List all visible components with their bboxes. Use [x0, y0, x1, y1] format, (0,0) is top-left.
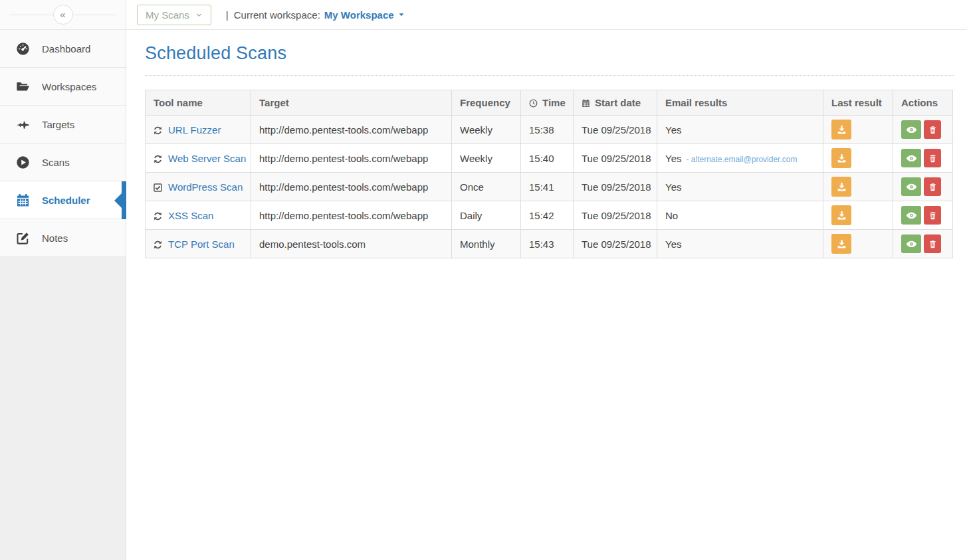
download-report-button[interactable] — [831, 177, 851, 197]
calendar-icon — [582, 99, 590, 108]
actions-cell — [893, 144, 953, 173]
tool-link[interactable]: XSS Scan — [168, 210, 213, 221]
column-header-label: Email results — [665, 97, 727, 108]
active-item-marker — [122, 181, 126, 219]
column-header-label: Actions — [901, 97, 938, 108]
column-header-frequency: Frequency — [452, 90, 521, 116]
tool-link[interactable]: Web Server Scan — [168, 153, 246, 164]
start-date-cell: Tue 09/25/2018 — [574, 144, 657, 173]
start-date-cell: Tue 09/25/2018 — [574, 173, 657, 201]
view-scan-button[interactable] — [901, 177, 921, 196]
app-window: « DashboardWorkspacesTargetsScansSchedul… — [0, 0, 967, 560]
trash-icon — [928, 183, 937, 191]
column-header-last-result: Last result — [823, 90, 893, 116]
last-result-cell — [823, 230, 893, 258]
eye-icon — [906, 238, 917, 250]
sidebar-collapse-button[interactable]: « — [53, 5, 73, 25]
table-header: Tool nameTargetFrequencyTimeStart dateEm… — [146, 90, 953, 116]
email-results-cell: No — [657, 201, 823, 230]
workspace-dropdown[interactable]: My Workspace — [324, 9, 405, 21]
start-date-value: Tue 09/25/2018 — [582, 181, 651, 193]
sidebar-item-label: Targets — [42, 119, 74, 130]
table-row: WordPress Scanhttp://demo.pentest-tools.… — [146, 173, 953, 201]
column-header-start-date: Start date — [574, 90, 657, 116]
sidebar-item-workspaces[interactable]: Workspaces — [0, 68, 126, 106]
time-cell: 15:41 — [521, 173, 574, 201]
trash-icon — [928, 240, 937, 248]
sidebar-item-scheduler[interactable]: Scheduler — [0, 181, 126, 219]
tool-link[interactable]: URL Fuzzer — [168, 124, 221, 136]
target-cell: http://demo.pentest-tools.com/webapp — [251, 201, 452, 230]
frequency-value: Weekly — [460, 124, 492, 136]
delete-scheduled-scan-button[interactable] — [924, 149, 941, 167]
target-cell: demo.pentest-tools.com — [251, 230, 452, 258]
actions-group — [901, 234, 944, 253]
table-row: XSS Scanhttp://demo.pentest-tools.com/we… — [146, 201, 953, 230]
email-results-cell: Yes- alternate.email@provider.com — [657, 144, 823, 173]
delete-scheduled-scan-button[interactable] — [924, 177, 941, 196]
tool-link[interactable]: TCP Port Scan — [168, 238, 235, 250]
table-row: URL Fuzzerhttp://demo.pentest-tools.com/… — [146, 116, 953, 144]
actions-group — [901, 149, 944, 167]
view-scan-button[interactable] — [901, 234, 921, 253]
main-area: My Scans | Current workspace: My Workspa… — [126, 0, 967, 560]
eye-icon — [906, 153, 917, 164]
email-results-value: No — [665, 210, 678, 221]
table-body: URL Fuzzerhttp://demo.pentest-tools.com/… — [146, 116, 953, 258]
download-report-button[interactable] — [831, 234, 851, 254]
download-icon — [837, 125, 847, 135]
last-result-cell — [823, 116, 893, 144]
download-report-button[interactable] — [831, 148, 851, 168]
download-report-button[interactable] — [831, 205, 851, 225]
eye-icon — [906, 181, 917, 193]
calendar-icon — [13, 193, 32, 207]
pencil-square-icon — [13, 231, 32, 245]
refresh-icon — [154, 155, 162, 163]
frequency-cell: Weekly — [452, 144, 521, 173]
delete-scheduled-scan-button[interactable] — [924, 206, 941, 225]
trash-icon — [928, 126, 937, 134]
actions-cell — [893, 116, 953, 144]
email-results-cell: Yes — [657, 230, 823, 258]
frequency-value: Once — [460, 181, 484, 193]
tool-name-cell: XSS Scan — [146, 201, 251, 230]
sidebar-item-dashboard[interactable]: Dashboard — [0, 30, 126, 68]
email-results-value: Yes — [665, 238, 681, 250]
sidebar: « DashboardWorkspacesTargetsScansSchedul… — [0, 0, 126, 560]
sidebar-item-scans[interactable]: Scans — [0, 143, 126, 181]
column-header-email-results: Email results — [657, 90, 823, 116]
view-scan-button[interactable] — [901, 149, 921, 167]
download-icon — [837, 153, 847, 163]
my-scans-dropdown[interactable]: My Scans — [137, 5, 211, 25]
caret-down-icon — [398, 11, 405, 18]
chevron-down-icon — [195, 9, 203, 21]
page-title: Scheduled Scans — [145, 43, 955, 64]
time-cell: 15:40 — [521, 144, 574, 173]
eye-icon — [906, 210, 917, 221]
column-header-label: Frequency — [460, 97, 510, 108]
delete-scheduled-scan-button[interactable] — [924, 234, 941, 253]
sidebar-item-label: Dashboard — [42, 43, 90, 54]
check-square-icon — [154, 183, 162, 192]
actions-group — [901, 177, 944, 196]
sidebar-item-label: Scans — [42, 157, 70, 168]
frequency-cell: Weekly — [452, 116, 521, 144]
time-value: 15:38 — [529, 124, 554, 136]
tool-link[interactable]: WordPress Scan — [168, 181, 243, 193]
sidebar-item-targets[interactable]: Targets — [0, 106, 126, 143]
topbar: My Scans | Current workspace: My Workspa… — [126, 0, 967, 30]
actions-group — [901, 120, 944, 139]
column-header-actions: Actions — [893, 90, 953, 116]
refresh-icon — [154, 240, 162, 249]
sidebar-item-notes[interactable]: Notes — [0, 219, 126, 257]
start-date-value: Tue 09/25/2018 — [582, 124, 651, 136]
time-value: 15:42 — [529, 210, 554, 221]
view-scan-button[interactable] — [901, 120, 921, 139]
view-scan-button[interactable] — [901, 206, 921, 225]
time-value: 15:40 — [529, 153, 554, 164]
download-report-button[interactable] — [831, 120, 851, 140]
column-header-label: Time — [542, 97, 566, 108]
target-value: http://demo.pentest-tools.com/webapp — [259, 153, 428, 164]
delete-scheduled-scan-button[interactable] — [924, 120, 941, 139]
folder-open-icon — [13, 80, 32, 94]
